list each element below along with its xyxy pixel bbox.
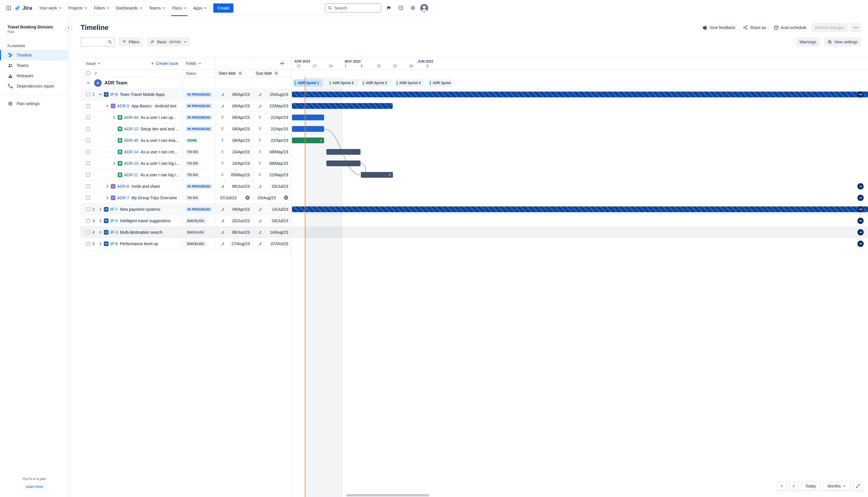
row-checkbox[interactable] <box>86 93 90 97</box>
gantt-bar-ADR-13[interactable] <box>327 160 361 166</box>
issue-key-link[interactable]: ADR-45 <box>124 138 138 143</box>
due-date-cell[interactable]: S22/Apr/23 <box>252 134 291 146</box>
gantt-bar-ADR-5[interactable] <box>292 103 393 109</box>
nav-dashboards[interactable]: Dashboards <box>113 0 146 16</box>
status-badge[interactable]: IN PROGRESS <box>186 115 212 120</box>
row-checkbox[interactable] <box>86 184 90 188</box>
due-date-cell[interactable]: S22/May/23 <box>252 169 291 180</box>
issue-key-link[interactable]: ADR-6 <box>117 184 129 189</box>
dependency-link-icon[interactable] <box>388 173 391 176</box>
nav-plans[interactable]: Plans <box>169 0 190 16</box>
issue-key-link[interactable]: ADR-5 <box>117 104 129 108</box>
sidebar-item-plan-settings[interactable]: Plan settings <box>0 99 69 109</box>
gantt-bar-ADR-45[interactable] <box>292 138 324 143</box>
start-date-cell[interactable]: S09/Apr/23 <box>215 112 252 123</box>
status-badge[interactable]: IN PROGRESS <box>186 184 212 189</box>
due-date-cell[interactable]: S22/Apr/23 <box>252 112 291 123</box>
issue-key-link[interactable]: ADR-14 <box>124 150 138 154</box>
issue-key-link[interactable]: ADR-11 <box>124 173 138 177</box>
jira-logo[interactable]: Jira <box>14 5 32 11</box>
sidebar-collapse-button[interactable] <box>65 24 72 31</box>
row-checkbox[interactable] <box>86 207 90 211</box>
due-date-cell[interactable]: S08/May/23 <box>252 158 291 169</box>
row-checkbox[interactable] <box>86 173 90 177</box>
row-checkbox[interactable] <box>86 150 90 154</box>
global-search-input[interactable] <box>325 3 381 13</box>
start-date-cell[interactable]: 09/Apr/23 <box>215 100 252 111</box>
due-date-cell[interactable]: 03/Jul/23 <box>252 181 291 192</box>
due-date-cell[interactable]: 22/May/23 <box>252 100 291 111</box>
chevron-down-icon[interactable] <box>105 104 110 108</box>
nav-projects[interactable]: Projects <box>65 0 91 16</box>
row-checkbox[interactable] <box>86 127 90 131</box>
gantt-bar-ADR-12[interactable] <box>292 126 324 132</box>
start-date-cell[interactable]: 06/Jun/23 <box>215 181 252 192</box>
due-date-cell[interactable]: 25/Aug/23× <box>252 192 291 203</box>
sprint-lozenge[interactable]: ADR Sprint 4 <box>395 79 424 87</box>
start-date-cell[interactable]: 09/Apr/23 <box>215 203 252 215</box>
issue-key-link[interactable]: IP-8 <box>110 92 118 97</box>
nav-apps[interactable]: Apps <box>190 0 211 16</box>
start-date-cell[interactable]: S24/Apr/23 <box>215 146 252 157</box>
sprint-lozenge[interactable]: ADR Sprint 1 <box>293 79 323 87</box>
chevron-down-icon[interactable] <box>86 81 91 85</box>
row-checkbox[interactable] <box>86 196 90 200</box>
due-date-cell[interactable]: 03/Jul/23 <box>252 215 291 226</box>
chevron-right-icon[interactable] <box>98 207 103 212</box>
clear-date-icon[interactable]: × <box>245 196 250 200</box>
sprint-lozenge[interactable]: ADR Sprint 5 <box>428 79 434 87</box>
gantt-bar-ADR-11[interactable] <box>361 172 393 178</box>
issue-key-link[interactable]: ADR-44 <box>124 115 138 120</box>
settings-gear-icon[interactable] <box>408 3 417 13</box>
chevron-right-icon[interactable] <box>105 184 110 189</box>
sidebar-item-teams[interactable]: Teams <box>0 60 69 71</box>
row-checkbox[interactable] <box>86 219 90 223</box>
due-date-cell[interactable]: 25/Aug/23 <box>252 89 291 100</box>
due-date-cell[interactable]: 07/Oct/23 <box>252 238 291 248</box>
create-button[interactable]: Create <box>213 3 233 13</box>
help-icon[interactable]: ? <box>396 3 405 13</box>
status-badge[interactable]: DONE <box>186 138 199 143</box>
start-date-cell[interactable]: 09/Apr/23 <box>215 89 252 100</box>
chevron-right-icon[interactable] <box>112 115 117 120</box>
dependency-link-icon[interactable] <box>319 139 323 142</box>
row-checkbox[interactable] <box>86 230 90 234</box>
row-checkbox[interactable] <box>86 242 90 246</box>
chevron-right-icon[interactable] <box>112 161 117 166</box>
sidebar-item-dependencies-report[interactable]: Dependencies report <box>0 81 69 91</box>
start-date-cell[interactable]: 06/Jun/23 <box>215 227 252 238</box>
select-all-checkbox[interactable] <box>86 71 90 75</box>
row-checkbox[interactable] <box>86 104 90 108</box>
status-badge[interactable]: IN PROGRESS <box>186 92 212 97</box>
status-badge[interactable]: IN PROGRESS <box>186 207 212 212</box>
feedback-flag-icon[interactable] <box>384 3 393 13</box>
start-date-cell[interactable]: 07/Jul/23× <box>215 192 252 203</box>
fields-dropdown[interactable]: Fields <box>186 61 202 66</box>
status-badge[interactable]: TO DO <box>186 195 200 200</box>
gantt-bar-IP-7[interactable] <box>292 207 434 212</box>
clear-date-icon[interactable]: × <box>284 196 288 200</box>
sprint-lozenge[interactable]: ADR Sprint 2 <box>328 79 359 87</box>
issue-key-link[interactable]: ADR-12 <box>124 127 138 131</box>
chevron-right-icon[interactable] <box>98 241 103 246</box>
view-mode-button[interactable]: Basic EDITED <box>147 37 190 46</box>
due-date-cell[interactable]: 14/Aug/23 <box>252 227 291 238</box>
status-badge[interactable]: TO DO <box>186 161 200 166</box>
chevron-right-icon[interactable] <box>98 218 103 223</box>
gantt-bar-ADR-44[interactable] <box>292 115 324 120</box>
status-badge[interactable]: TO DO <box>186 149 200 155</box>
filters-button[interactable]: Filters <box>118 37 143 46</box>
nav-your-work[interactable]: Your work <box>36 0 65 16</box>
issue-key-link[interactable]: IP-7 <box>110 207 118 212</box>
issue-key-link[interactable]: ADR-13 <box>124 161 138 166</box>
due-date-cell[interactable]: 14/Jul/23 <box>252 203 291 215</box>
status-badge[interactable]: IN PROGRESS <box>186 103 212 109</box>
issue-key-link[interactable]: IP-6 <box>110 241 118 246</box>
issue-key-link[interactable]: ADR-7 <box>117 196 129 200</box>
due-date-cell[interactable]: S08/May/23 <box>252 146 291 157</box>
issue-grouping-dropdown[interactable]: Issue <box>86 61 101 66</box>
issue-key-link[interactable]: IP-5 <box>110 218 118 223</box>
app-switcher-icon[interactable] <box>4 3 13 13</box>
chevron-down-icon[interactable] <box>98 92 103 97</box>
start-date-cell[interactable]: S09/Apr/23 <box>215 123 252 134</box>
